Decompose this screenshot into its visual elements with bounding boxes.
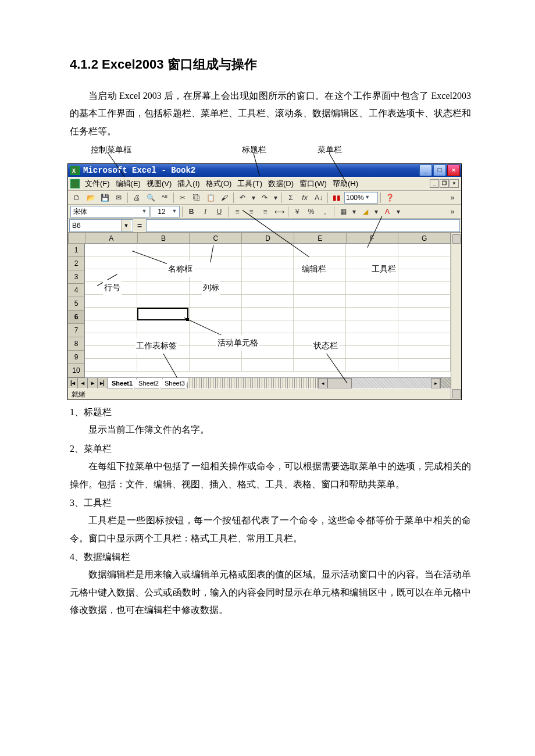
comma-button[interactable]: , xyxy=(319,205,331,218)
cell[interactable] xyxy=(294,320,346,333)
cell[interactable] xyxy=(242,269,294,282)
column-header[interactable]: G xyxy=(398,233,451,244)
cell[interactable] xyxy=(242,282,294,295)
chart-icon[interactable]: ▮▮ xyxy=(330,191,343,204)
cell[interactable] xyxy=(137,282,190,295)
close-button[interactable]: ✕ xyxy=(447,165,460,176)
menu-tools[interactable]: 工具(T) xyxy=(234,177,265,191)
column-header[interactable]: A xyxy=(85,233,138,244)
autosum-icon[interactable]: Σ xyxy=(284,191,297,204)
cell[interactable] xyxy=(190,256,242,269)
formula-input[interactable] xyxy=(146,219,460,232)
cell[interactable] xyxy=(346,282,398,295)
menu-help[interactable]: 帮助(H) xyxy=(330,177,361,191)
new-icon[interactable]: 🗋 xyxy=(70,191,83,204)
cell[interactable] xyxy=(137,295,190,308)
font-name-combo[interactable]: 宋体 ▼ xyxy=(70,206,149,217)
sheet-tab[interactable]: Sheet2 xyxy=(134,378,163,388)
menu-edit[interactable]: 编辑(E) xyxy=(113,177,144,191)
row-header[interactable]: 10 xyxy=(68,364,85,377)
cell[interactable] xyxy=(242,320,294,333)
app-icon[interactable] xyxy=(70,166,80,175)
cell[interactable] xyxy=(242,295,294,308)
mail-icon[interactable]: ✉ xyxy=(112,191,125,204)
cell[interactable] xyxy=(346,308,398,320)
minimize-button[interactable]: _ xyxy=(419,165,432,176)
currency-button[interactable]: ￥ xyxy=(291,205,304,218)
redo-icon[interactable]: ↷ xyxy=(258,191,271,204)
cell[interactable] xyxy=(85,256,137,269)
tab-splitter[interactable] xyxy=(187,378,318,388)
tab-nav-prev[interactable]: ◂ xyxy=(78,378,88,388)
cell[interactable] xyxy=(346,359,398,372)
cell[interactable] xyxy=(242,359,294,372)
underline-button[interactable]: U xyxy=(213,205,226,218)
cell[interactable] xyxy=(242,308,294,320)
cell[interactable] xyxy=(346,333,398,346)
cell[interactable] xyxy=(242,244,294,256)
cell[interactable] xyxy=(85,295,137,308)
sheet-tab[interactable]: Sheet3 xyxy=(160,378,189,388)
bold-button[interactable]: B xyxy=(185,205,198,218)
cell[interactable] xyxy=(294,308,346,320)
menu-view[interactable]: 视图(V) xyxy=(144,177,174,191)
name-box[interactable]: ▼ xyxy=(69,219,133,232)
save-icon[interactable]: 💾 xyxy=(98,191,111,204)
document-icon[interactable] xyxy=(70,179,80,188)
undo-dropdown-icon[interactable]: ▾ xyxy=(250,191,257,204)
merge-center-button[interactable]: ⟷ xyxy=(273,205,286,218)
cell[interactable] xyxy=(398,269,451,282)
tab-nav-next[interactable]: ▸ xyxy=(88,378,98,388)
cell[interactable] xyxy=(137,244,190,256)
function-icon[interactable]: fx xyxy=(298,191,311,204)
doc-close-button[interactable]: × xyxy=(450,179,459,188)
print-icon[interactable]: 🖨 xyxy=(130,191,143,204)
cell[interactable] xyxy=(85,320,137,333)
name-box-input[interactable] xyxy=(70,222,121,230)
cell[interactable] xyxy=(398,346,451,359)
fill-dropdown[interactable]: ▾ xyxy=(373,205,380,218)
redo-dropdown-icon[interactable]: ▾ xyxy=(272,191,279,204)
italic-button[interactable]: I xyxy=(199,205,212,218)
cell[interactable] xyxy=(85,308,137,320)
percent-button[interactable]: % xyxy=(305,205,318,218)
borders-button[interactable]: ▦ xyxy=(337,205,349,218)
tab-nav-last[interactable]: ▸| xyxy=(98,378,108,388)
cell[interactable] xyxy=(294,282,346,295)
cell[interactable] xyxy=(190,244,242,256)
select-all-corner[interactable] xyxy=(68,233,85,244)
cell[interactable] xyxy=(294,244,346,256)
sheet-tab[interactable]: Sheet1 xyxy=(108,378,137,388)
open-icon[interactable]: 📂 xyxy=(84,191,97,204)
row-header[interactable]: 5 xyxy=(68,297,85,311)
cell[interactable] xyxy=(398,359,451,372)
row-header[interactable]: 7 xyxy=(68,324,85,337)
spell-icon[interactable]: ᴬᴮ xyxy=(158,191,171,204)
row-header[interactable]: 3 xyxy=(68,270,85,284)
cell[interactable] xyxy=(85,359,137,372)
borders-dropdown[interactable]: ▾ xyxy=(351,205,358,218)
row-header[interactable]: 2 xyxy=(68,257,85,270)
tab-nav-first[interactable]: |◂ xyxy=(68,378,78,388)
cell[interactable] xyxy=(190,295,242,308)
cell[interactable] xyxy=(294,295,346,308)
fmt-toolbar-more-icon[interactable]: » xyxy=(446,205,459,218)
cell[interactable] xyxy=(346,244,398,256)
doc-minimize-button[interactable]: _ xyxy=(430,179,439,188)
cell[interactable] xyxy=(190,320,242,333)
zoom-combo[interactable]: 100% ▼ xyxy=(344,192,378,204)
copy-icon[interactable]: ⿻ xyxy=(190,191,203,204)
row-header[interactable]: 4 xyxy=(68,284,85,297)
sort-icon[interactable]: A↓ xyxy=(312,191,325,204)
font-size-combo[interactable]: 12 ▼ xyxy=(151,206,180,217)
align-right-button[interactable]: ≡ xyxy=(259,205,272,218)
column-header[interactable]: E xyxy=(294,233,347,244)
cell[interactable] xyxy=(346,346,398,359)
menu-window[interactable]: 窗口(W) xyxy=(297,177,330,191)
menu-format[interactable]: 格式(O) xyxy=(203,177,235,191)
toolbar-more-icon[interactable]: » xyxy=(446,191,459,204)
cell[interactable] xyxy=(398,333,451,346)
row-header[interactable]: 1 xyxy=(68,244,85,257)
cell[interactable] xyxy=(346,320,398,333)
cell[interactable] xyxy=(85,346,137,359)
